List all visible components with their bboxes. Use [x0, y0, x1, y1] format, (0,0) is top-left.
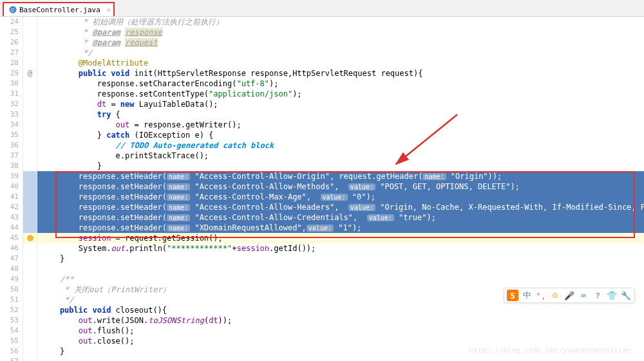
line-number: 33: [0, 109, 19, 120]
code-line: /**: [37, 274, 644, 284]
line-number: 41: [0, 192, 19, 202]
line-number: 25: [0, 27, 19, 37]
code-line: public void closeout(){: [37, 305, 644, 315]
code-line: * 初始调用（处理器方法执行之前执行）: [37, 17, 644, 27]
line-number: 27: [0, 48, 19, 58]
line-number: 42: [0, 202, 19, 212]
code-line: response.setCharacterEncoding("utf-8");: [37, 79, 644, 89]
line-number: 39: [0, 171, 19, 181]
marker-gutter: @: [23, 17, 37, 361]
editor: 24 25 26 27 28 29 30 31 32 33 34 35 36 3…: [0, 17, 644, 361]
line-number: 45: [0, 233, 19, 243]
code-line: out.close();: [37, 336, 644, 346]
line-number: 30: [0, 79, 19, 89]
ime-help-icon[interactable]: ?: [592, 290, 603, 301]
code-line: response.setHeader(name: "Access-Control…: [37, 171, 644, 181]
code-line: [37, 264, 644, 274]
code-area[interactable]: * 初始调用（处理器方法执行之前执行） * @param response * …: [37, 17, 644, 361]
code-line: response.setHeader(name: "Access-Control…: [37, 202, 644, 212]
ime-settings-icon[interactable]: 🔧: [620, 290, 632, 301]
code-line: }: [37, 254, 644, 264]
code-line: System.out.println("************"+sessio…: [37, 243, 644, 254]
line-number: 52: [0, 305, 19, 315]
code-line: response.setContentType("application/jso…: [37, 89, 644, 99]
line-number: 36: [0, 140, 19, 151]
ime-skin-icon[interactable]: 👕: [606, 290, 618, 301]
breakpoint-icon[interactable]: [27, 235, 33, 241]
line-number: 31: [0, 89, 19, 99]
code-line: e.printStackTrace();: [37, 151, 644, 161]
ime-emoji-icon[interactable]: ☺: [549, 290, 561, 301]
override-marker-icon[interactable]: @: [28, 69, 32, 78]
line-number: 37: [0, 151, 19, 161]
svg-text:C: C: [11, 7, 15, 13]
ime-mic-icon[interactable]: 🎤: [564, 290, 575, 301]
line-number-gutter: 24 25 26 27 28 29 30 31 32 33 34 35 36 3…: [0, 17, 23, 361]
code-line: response.setHeader(name: "Access-Control…: [37, 212, 644, 223]
code-line: */: [37, 48, 644, 58]
code-line: out.write(JSON.toJSONString(dt));: [37, 315, 644, 326]
line-number: 29: [0, 68, 19, 79]
line-number: 35: [0, 130, 19, 140]
line-number: 46: [0, 243, 19, 254]
line-number: 57: [0, 356, 19, 361]
line-number: 51: [0, 295, 19, 305]
ime-keyboard-icon[interactable]: ⌨: [578, 290, 589, 301]
code-line: }: [37, 161, 644, 171]
code-line: response.setHeader(name: "Access-Control…: [37, 192, 644, 202]
code-line: out.flush();: [37, 326, 644, 336]
ime-lang-icon[interactable]: 中: [521, 290, 533, 301]
sogou-logo-icon[interactable]: S: [507, 290, 518, 301]
line-number: 55: [0, 336, 19, 346]
code-line: [37, 356, 644, 361]
line-number: 50: [0, 284, 19, 295]
tab-filename: BaseController.java: [19, 6, 100, 14]
line-number: 40: [0, 181, 19, 192]
file-tab[interactable]: C BaseController.java ×: [3, 2, 115, 16]
tab-bar: C BaseController.java ×: [0, 0, 644, 17]
line-number: 54: [0, 326, 19, 336]
line-number: 47: [0, 254, 19, 264]
code-line: public void init(HttpServletResponse res…: [37, 68, 644, 79]
code-line: try {: [37, 109, 644, 120]
code-line: @ModelAttribute: [37, 58, 644, 68]
code-line: dt = new LayuiTableData();: [37, 99, 644, 109]
line-number: 24: [0, 17, 19, 27]
code-line: session = request.getSession();: [37, 233, 644, 243]
line-number: 56: [0, 346, 19, 356]
line-number: 48: [0, 264, 19, 274]
java-class-icon: C: [9, 6, 17, 14]
code-line: * @param request: [37, 37, 644, 48]
code-line: response.setHeader(name: "Access-Control…: [37, 181, 644, 192]
line-number: 49: [0, 274, 19, 284]
close-icon[interactable]: ×: [107, 6, 111, 14]
code-line: out = response.getWriter();: [37, 120, 644, 130]
line-number: 26: [0, 37, 19, 48]
line-number: 43: [0, 212, 19, 223]
line-number: 38: [0, 161, 19, 171]
line-number: 34: [0, 120, 19, 130]
watermark: https://blog.csdn.net/yunnanrunshiliao: [469, 346, 631, 355]
ime-punct-icon[interactable]: °,: [535, 290, 547, 301]
line-number: 28: [0, 58, 19, 68]
line-number: 44: [0, 223, 19, 233]
code-line: * @param response: [37, 27, 644, 37]
ime-toolbar[interactable]: S 中 °, ☺ 🎤 ⌨ ? 👕 🔧: [504, 288, 635, 303]
line-number: 53: [0, 315, 19, 326]
code-line: response.setHeader(name: "XDomainRequest…: [37, 223, 644, 233]
code-line: } catch (IOException e) {: [37, 130, 644, 140]
code-line: // TODO Auto-generated catch block: [37, 140, 644, 151]
line-number: 32: [0, 99, 19, 109]
